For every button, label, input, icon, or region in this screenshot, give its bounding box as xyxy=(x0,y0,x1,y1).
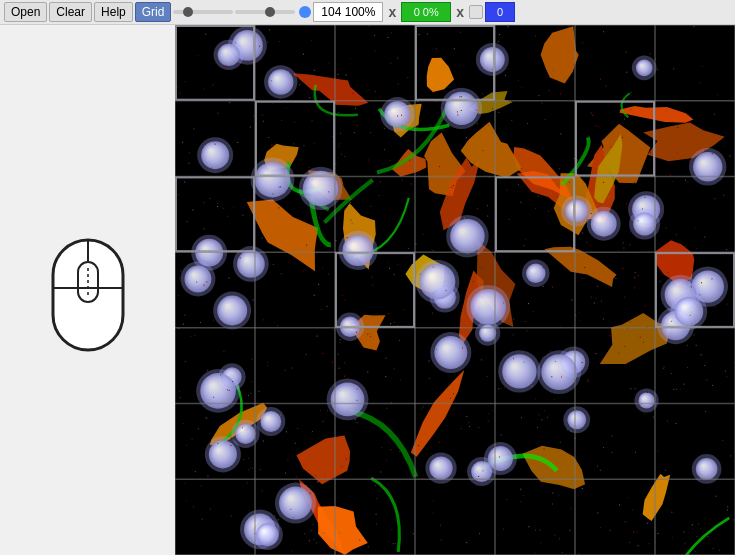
close-green-button[interactable]: x xyxy=(453,2,467,22)
close-zoom-button[interactable]: x xyxy=(385,2,399,22)
zoom-percent: 100% xyxy=(345,5,376,19)
checkbox-indicator[interactable] xyxy=(469,5,483,19)
blue-indicator: 0 xyxy=(485,2,515,22)
green-value: 0 xyxy=(414,6,420,18)
mouse-icon xyxy=(38,220,138,360)
image-viewer[interactable] xyxy=(175,25,735,555)
contrast-slider[interactable] xyxy=(235,10,295,14)
main-area xyxy=(0,25,735,555)
blue-dot-indicator xyxy=(299,6,311,18)
clear-button[interactable]: Clear xyxy=(49,2,92,22)
blue-value: 0 xyxy=(497,6,503,18)
toolbar: Open Clear Help Grid 104 100% x 0 0% x 0 xyxy=(0,0,735,25)
help-button[interactable]: Help xyxy=(94,2,133,22)
zoom-value: 104 xyxy=(321,5,341,19)
brightness-slider[interactable] xyxy=(173,10,233,14)
green-percent: 0% xyxy=(423,6,439,18)
cell-image-canvas[interactable] xyxy=(175,25,735,555)
open-button[interactable]: Open xyxy=(4,2,47,22)
left-panel xyxy=(0,25,175,555)
green-indicator: 0 0% xyxy=(401,2,451,22)
slider1-container xyxy=(173,10,233,14)
zoom-display: 104 100% xyxy=(313,2,383,22)
grid-button[interactable]: Grid xyxy=(135,2,172,22)
slider2-container xyxy=(235,6,311,18)
